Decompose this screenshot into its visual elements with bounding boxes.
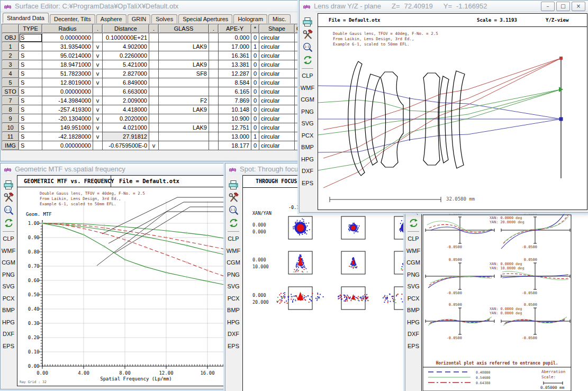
table-cell[interactable]: LAK9 [159,60,209,69]
table-cell[interactable] [93,33,103,42]
export-eps-button[interactable]: EPS [1,340,16,352]
table-cell[interactable]: 17.000 [219,42,251,51]
column-header[interactable]: APE-Y [219,24,251,33]
table-cell[interactable]: LAK9 [159,123,209,132]
export-wmf-button[interactable]: WMF [405,245,421,257]
table-cell[interactable] [159,33,209,42]
table-cell[interactable] [209,33,219,42]
table-cell[interactable]: circular [259,42,295,51]
export-svg-button[interactable]: SVG [405,280,421,293]
table-cell[interactable]: 0 [251,141,259,150]
export-pcx-button[interactable]: PCX [1,293,16,305]
table-cell[interactable]: 6.165 [219,87,251,96]
table-cell[interactable]: 0.000 [219,33,251,42]
export-svg-button[interactable]: SVG [1,280,16,293]
mtf-titlebar[interactable]: Geometric MTF vs.spatial frequency [1,163,232,175]
table-cell[interactable]: 0 [251,51,259,60]
table-cell[interactable]: -257.419300 [42,105,93,114]
table-cell[interactable]: 0.2260000 [103,51,149,60]
table-cell[interactable] [149,87,159,96]
export-eps-button[interactable]: EPS [225,340,241,352]
row-header[interactable]: 4 [2,69,19,78]
table-cell[interactable]: S [19,123,42,132]
table-cell[interactable]: circular [259,123,295,132]
table-cell[interactable]: v [93,132,103,141]
export-dxf-button[interactable]: DXF [405,328,421,340]
table-cell[interactable]: 13.000 [219,132,251,141]
export-hpg-button[interactable]: HPG [225,316,241,329]
table-cell[interactable] [159,114,209,123]
table-cell[interactable] [93,87,103,96]
table-cell[interactable]: 0 [251,123,259,132]
table-cell[interactable] [159,87,209,96]
row-header[interactable]: STO [2,87,19,96]
table-cell[interactable]: v [93,51,103,60]
table-cell[interactable]: S [19,87,42,96]
table-cell[interactable]: -42.1828000 [42,132,93,141]
export-png-button[interactable]: PNG [300,106,315,118]
table-cell[interactable] [159,132,209,141]
export-hpg-button[interactable]: HPG [1,316,16,329]
table-cell[interactable]: v [149,141,159,150]
export-bmp-button[interactable]: BMP [300,141,315,153]
table-cell[interactable]: circular [259,141,295,150]
table-cell[interactable]: 0 [251,96,259,105]
export-wmf-button[interactable]: WMF [225,245,241,257]
table-cell[interactable]: 7.869 [219,96,251,105]
table-cell[interactable]: -20.1304000 [42,114,93,123]
table-cell[interactable]: S [19,33,42,42]
export-clp-button[interactable]: CLP [405,233,421,245]
zoom-1to1-icon[interactable] [302,42,313,52]
table-cell[interactable] [209,105,219,114]
table-cell[interactable] [149,69,159,78]
table-cell[interactable]: 10.148 [219,105,251,114]
table-cell[interactable] [149,33,159,42]
table-cell[interactable]: LAK9 [159,105,209,114]
table-cell[interactable]: 0.2020000 [103,114,149,123]
table-cell[interactable]: 2.827000 [103,69,149,78]
export-pcx-button[interactable]: PCX [405,293,421,305]
print-icon[interactable] [302,17,313,27]
export-png-button[interactable]: PNG [225,269,241,281]
table-cell[interactable]: S [19,78,42,87]
table-cell[interactable]: S [19,51,42,60]
table-cell[interactable]: 4.902000 [103,42,149,51]
refresh-icon[interactable] [302,55,313,65]
table-cell[interactable]: 4.021000 [103,123,149,132]
export-png-button[interactable]: PNG [1,269,16,281]
table-cell[interactable]: 0.00000000 [42,141,93,150]
export-hpg-button[interactable]: HPG [300,153,315,166]
table-cell[interactable] [159,141,209,150]
export-dxf-button[interactable]: DXF [300,165,315,177]
row-header[interactable]: 10 [2,123,19,132]
export-png-button[interactable]: PNG [405,269,421,281]
row-header[interactable]: 11 [2,132,19,141]
table-cell[interactable] [209,42,219,51]
export-svg-button[interactable]: SVG [300,117,315,130]
export-svg-button[interactable]: SVG [225,280,241,293]
export-pcx-button[interactable]: PCX [225,293,241,305]
table-cell[interactable]: circular [259,132,295,141]
table-cell[interactable] [149,114,159,123]
row-header[interactable]: 9 [2,114,19,123]
table-cell[interactable] [209,123,219,132]
table-cell[interactable] [149,123,159,132]
export-bmp-button[interactable]: BMP [225,304,241,316]
tab-hologram[interactable]: Hologram [233,14,267,23]
column-header[interactable]: . [209,24,219,33]
table-cell[interactable]: SF8 [159,69,209,78]
table-cell[interactable]: 10.900 [219,114,251,123]
table-cell[interactable]: v [93,105,103,114]
table-cell[interactable]: v [93,123,103,132]
table-cell[interactable] [149,96,159,105]
zoom-1to1-icon[interactable] [3,205,14,215]
restore-button[interactable]: □ [556,2,570,11]
row-header[interactable]: IMG [2,141,19,150]
print-icon[interactable] [228,180,239,190]
table-cell[interactable]: 1 [251,42,259,51]
tab-grin[interactable]: GRIN [128,14,151,23]
table-cell[interactable]: v [93,42,103,51]
row-header[interactable]: 3 [2,60,19,69]
table-cell[interactable]: circular [259,78,295,87]
table-cell[interactable]: S [19,60,42,69]
